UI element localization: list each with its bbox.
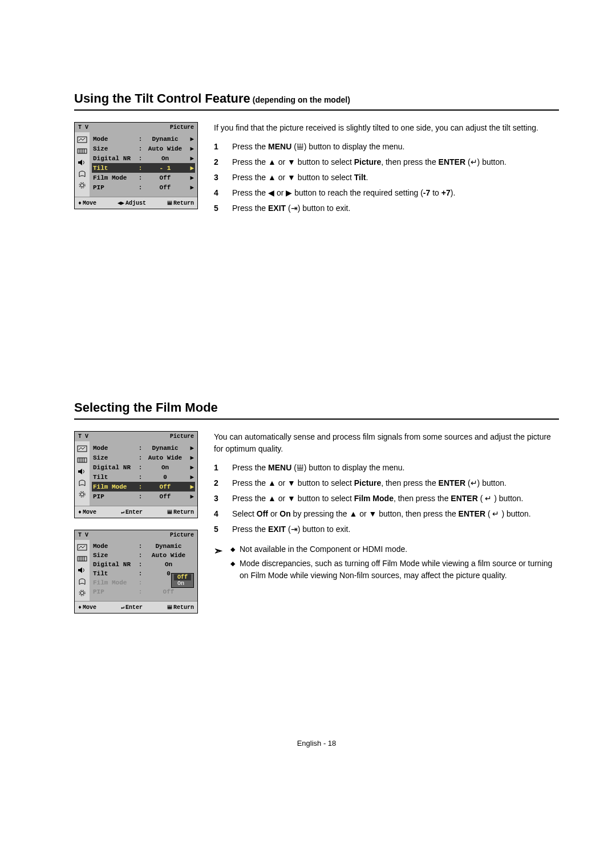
- osd-row-pip-dim: PIP:Off: [92, 587, 195, 596]
- osd-row-dnr: Digital NR:On▶: [92, 462, 195, 472]
- setup-icon: [77, 490, 87, 498]
- input-icon: [77, 456, 87, 464]
- svg-point-14: [80, 493, 84, 496]
- setup-icon: [77, 181, 87, 189]
- osd-row-pip: PIP:Off▶: [92, 491, 195, 501]
- svg-rect-1: [78, 149, 87, 153]
- step-5: Press the EXIT (⇥) button to exit.: [232, 202, 559, 214]
- step-4: Press the ◀ or ▶ button to reach the req…: [232, 187, 559, 199]
- osd-menu-title: Picture: [170, 124, 194, 131]
- osd-footer: ♦ Move ↵ Enter 𝍎 Return: [75, 506, 197, 518]
- osd-row-dnr: Digital NR:On: [92, 560, 195, 569]
- osd-panel-filmmode-select: T V Picture Mode:Dynamic▶ Size:Auto Wide…: [74, 431, 198, 518]
- osd-footer-adjust: ◀▶ Adjust: [117, 200, 146, 206]
- note-arrow-icon: ➣: [214, 543, 222, 584]
- svg-rect-17: [78, 556, 87, 561]
- osd-row-mode: Mode:Dynamic: [92, 542, 195, 551]
- osd-footer: ♦ Move ◀▶ Adjust 𝍎 Return: [75, 197, 197, 209]
- osd-row-filmmode: Film Mode:Off▶: [92, 173, 195, 182]
- svg-point-6: [80, 184, 84, 187]
- osd-panel-tilt: T V Picture Mode:Dynamic▶ Size:Auto Wide…: [74, 122, 198, 209]
- osd-row-size: Size:Auto Wide▶: [92, 144, 195, 153]
- intro-filmmode: You can automatically sense and process …: [214, 431, 559, 455]
- fm-step-2: Press the ▲ or ▼ button to select Pictur…: [232, 477, 559, 489]
- channel-icon: [77, 170, 87, 178]
- osd-footer: ♦ Move ↵ Enter 𝍎 Return: [75, 601, 197, 613]
- section-title-main-2: Selecting the Film Mode: [74, 400, 218, 415]
- instructions-tilt: If you find that the picture received is…: [214, 122, 559, 218]
- osd-row-dnr: Digital NR:On▶: [92, 153, 195, 163]
- osd-footer-move: ♦ Move: [78, 200, 96, 206]
- osd-header: T V Picture: [75, 530, 197, 540]
- fm-step-4: Select Off or On by pressing the ▲ or ▼ …: [232, 508, 559, 520]
- channel-icon: [77, 578, 87, 586]
- fm-step-5: Press the EXIT (⇥) button to exit.: [232, 523, 559, 535]
- step-3: Press the ▲ or ▼ button to select Tilt.: [232, 172, 559, 184]
- svg-point-22: [80, 591, 84, 595]
- section-title-main: Using the Tilt Control Feature: [74, 91, 250, 105]
- dropdown-option-off: Off: [174, 574, 191, 580]
- picture-icon: [77, 445, 87, 453]
- setup-icon: [77, 589, 87, 597]
- picture-icon: [77, 136, 87, 144]
- osd-row-tilt: Tilt:- 1▶: [92, 163, 195, 173]
- sound-icon: [77, 566, 87, 574]
- input-icon: [77, 147, 87, 155]
- intro-tilt: If you find that the picture received is…: [214, 122, 559, 134]
- dropdown-option-on: On: [174, 580, 191, 587]
- page-footer: English - 18: [74, 739, 559, 747]
- sound-icon: [77, 468, 87, 476]
- instructions-filmmode: You can automatically sense and process …: [214, 431, 559, 584]
- step-1: Press the MENU (𝍎) button to display the…: [232, 141, 559, 153]
- osd-header: T V Picture: [75, 123, 197, 132]
- section-title-filmmode: Selecting the Film Mode: [74, 400, 559, 420]
- fm-step-3: Press the ▲ or ▼ button to select Film M…: [232, 493, 559, 505]
- osd-row-tilt: Tilt:0▶: [92, 472, 195, 482]
- osd-header: T V Picture: [75, 432, 197, 441]
- osd-dropdown: Off On: [171, 573, 194, 588]
- section-title-tilt: Using the Tilt Control Feature (dependin…: [74, 91, 559, 111]
- osd-panel-filmmode-dropdown: T V Picture Mode:Dynamic Size:Auto Wide …: [74, 530, 198, 614]
- osd-row-size: Size:Auto Wide▶: [92, 453, 195, 462]
- input-icon: [77, 555, 87, 563]
- step-2: Press the ▲ or ▼ button to select Pictur…: [232, 156, 559, 168]
- fm-step-1: Press the MENU (𝍎) button to display the…: [232, 462, 559, 474]
- notes-filmmode: ➣ Not available in the Component or HDMI…: [214, 543, 559, 584]
- osd-footer-return: 𝍎 Return: [167, 200, 194, 206]
- osd-row-pip: PIP:Off▶: [92, 182, 195, 192]
- section-title-sub: (depending on the model): [250, 95, 350, 104]
- osd-icon-column: [75, 441, 90, 506]
- svg-rect-9: [78, 458, 87, 462]
- osd-row-filmmode: Film Mode:Off▶: [92, 482, 195, 491]
- osd-tv-label: T V: [78, 124, 88, 131]
- osd-row-mode: Mode:Dynamic▶: [92, 134, 195, 144]
- channel-icon: [77, 479, 87, 487]
- picture-icon: [77, 543, 87, 551]
- osd-icon-column: [75, 132, 90, 197]
- note-2: Mode discrepancies, such as turning off …: [240, 558, 559, 582]
- osd-icon-column: [75, 540, 90, 601]
- sound-icon: [77, 159, 87, 166]
- note-1: Not available in the Component or HDMI m…: [240, 543, 559, 555]
- osd-row-mode: Mode:Dynamic▶: [92, 443, 195, 453]
- osd-row-size: Size:Auto Wide: [92, 551, 195, 560]
